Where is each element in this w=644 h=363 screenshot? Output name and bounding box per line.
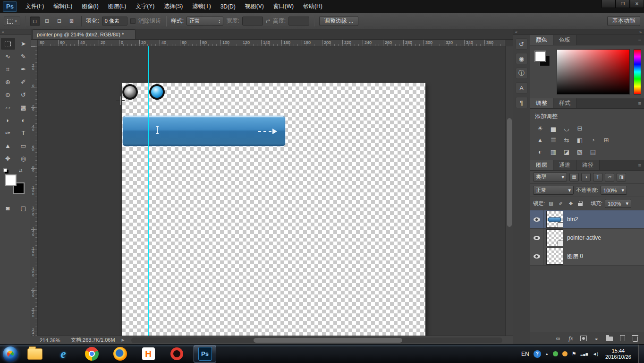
menu-window[interactable]: 窗口(W)	[269, 0, 298, 13]
spot-healing-brush-tool[interactable]: ⊕	[1, 76, 15, 88]
properties-panel-icon[interactable]: ◉	[516, 53, 528, 64]
adjustment-color-balance-icon[interactable]: ⇆	[561, 136, 572, 145]
clone-stamp-tool[interactable]: ⊙	[1, 89, 15, 101]
new-selection-mode-button[interactable]: □	[30, 17, 40, 26]
hand-tool[interactable]: ✥	[1, 153, 15, 164]
menu-select[interactable]: 选择(S)	[159, 0, 187, 13]
zoom-level-field[interactable]: 214.36%	[40, 337, 64, 343]
add-mask-icon[interactable]	[580, 336, 587, 341]
tab-channels[interactable]: 通道	[553, 160, 576, 170]
tab-styles[interactable]: 样式	[553, 98, 576, 108]
menu-help[interactable]: 帮助(H)	[298, 0, 327, 13]
adjustment-levels-icon[interactable]: ▅	[548, 124, 559, 133]
foreground-color[interactable]	[5, 174, 17, 186]
filter-adjustment-icon[interactable]: ◑	[581, 173, 591, 182]
tab-adjustments[interactable]: 调整	[530, 98, 553, 108]
saturation-brightness-picker[interactable]	[557, 49, 630, 95]
intersect-selection-button[interactable]: ⊠	[67, 17, 76, 26]
adjustment-brightness-contrast-icon[interactable]: ☀	[535, 124, 545, 133]
workspace-switcher[interactable]: 基本功能	[607, 16, 640, 26]
width-input[interactable]	[242, 17, 263, 26]
document-canvas[interactable]	[122, 83, 425, 336]
menu-filter[interactable]: 滤镜(T)	[187, 0, 215, 13]
document-tab[interactable]: pointer.png @ 214% (btn2, RGB/8#) *	[32, 29, 136, 39]
menu-file[interactable]: 文件(F)	[21, 0, 49, 13]
adjustment-threshold-icon[interactable]: ◪	[561, 147, 572, 156]
taskbar-internet-explorer[interactable]: e	[52, 346, 75, 363]
horizontal-scrollbar-thumb[interactable]	[254, 338, 402, 343]
tab-swatches[interactable]: 色板	[553, 35, 576, 45]
adjustment-vibrance-icon[interactable]: ▲	[535, 136, 545, 145]
vertical-scrollbar-thumb[interactable]	[507, 118, 512, 227]
layer-thumbnail[interactable]	[547, 211, 563, 227]
start-button[interactable]	[3, 346, 18, 362]
zoom-tool[interactable]: ◎	[17, 153, 31, 164]
paragraph-panel-icon[interactable]: ¶	[516, 97, 528, 108]
add-to-selection-button[interactable]: ⊞	[42, 17, 52, 26]
adjustment-hue-saturation-icon[interactable]: ☰	[548, 136, 559, 145]
hidden-icons-arrow[interactable]: ▲	[545, 352, 549, 355]
volume-tray-icon[interactable]: ◄)	[593, 352, 598, 356]
quick-selection-tool[interactable]: ✎	[17, 51, 31, 62]
lasso-tool[interactable]: ∿	[1, 51, 15, 62]
new-group-icon[interactable]	[606, 337, 613, 341]
character-panel-icon[interactable]: A	[516, 82, 528, 94]
adjustment-photo-filter-icon[interactable]: ◔	[588, 136, 598, 145]
menu-view[interactable]: 视图(V)	[240, 0, 269, 13]
layer-name[interactable]: 图层 0	[567, 252, 583, 260]
filter-shape-icon[interactable]: ▱	[605, 173, 614, 182]
gradient-tool[interactable]: ▩	[17, 102, 31, 113]
filter-pixel-icon[interactable]: ▦	[569, 173, 579, 182]
adjustment-selective-color-icon[interactable]: ▤	[588, 147, 598, 156]
collapse-panels-button[interactable]: »	[530, 29, 644, 35]
rectangular-marquee-tool[interactable]	[1, 38, 15, 50]
restore-button[interactable]: ❐	[616, 0, 630, 8]
adjustment-posterize-icon[interactable]: ▥	[548, 147, 559, 156]
adjustment-layer-icon[interactable]: ◒	[593, 335, 600, 342]
adjustment-curves-icon[interactable]: ◡	[561, 124, 572, 133]
toolbar-collapse-button[interactable]: «	[0, 29, 31, 35]
tray-orange-icon[interactable]	[562, 351, 568, 356]
tab-paths[interactable]: 路径	[576, 160, 600, 170]
panel-menu-icon[interactable]: ≡	[638, 100, 641, 106]
lock-position-icon[interactable]: ✥	[567, 200, 575, 207]
panel-menu-icon[interactable]: ≡	[638, 162, 641, 168]
brush-tool[interactable]: ✐	[17, 76, 31, 88]
visibility-toggle[interactable]	[530, 229, 543, 247]
layer-name[interactable]: btn2	[567, 216, 578, 223]
taskbar-chrome[interactable]	[80, 346, 103, 363]
visibility-toggle[interactable]	[530, 210, 543, 228]
hue-slider[interactable]	[634, 49, 641, 95]
layer-row-layer0[interactable]: 图层 0	[530, 247, 644, 266]
layer-row-pointer-active[interactable]: pointer-active	[530, 229, 644, 247]
refine-edge-button[interactable]: 调整边缘 ...	[319, 16, 358, 26]
status-popup-arrow[interactable]: ▶	[122, 338, 125, 342]
fill-select[interactable]: 100% ▾	[605, 199, 631, 208]
layer-style-icon[interactable]: fx	[568, 335, 574, 342]
adjustment-black-white-icon[interactable]: ◧	[575, 136, 585, 145]
dodge-tool[interactable]: ◐	[17, 114, 31, 126]
screen-mode-button[interactable]: ▢	[17, 202, 31, 214]
layer-thumbnail[interactable]	[547, 248, 563, 264]
taskbar-explorer[interactable]	[24, 346, 46, 363]
tab-color[interactable]: 颜色	[530, 35, 553, 45]
canvas-area[interactable]	[38, 46, 505, 336]
panel-menu-icon[interactable]: ≡	[638, 37, 641, 43]
type-tool[interactable]: T	[17, 127, 31, 139]
path-selection-tool[interactable]: ▲	[1, 140, 15, 152]
lock-pixels-icon[interactable]: ✐	[557, 200, 565, 207]
taskbar-photoshop[interactable]: Ps	[194, 346, 216, 363]
layer-thumbnail[interactable]	[547, 230, 563, 246]
filter-type-select[interactable]: 类型 ▾	[533, 173, 567, 182]
rectangle-tool[interactable]: ▭	[17, 140, 31, 152]
menu-image[interactable]: 图像(I)	[77, 0, 103, 13]
filter-smart-icon[interactable]: ◨	[617, 173, 626, 182]
link-layers-icon[interactable]: ∞	[555, 335, 561, 342]
feather-input[interactable]: 0 像素	[102, 17, 127, 26]
tab-layers[interactable]: 图层	[530, 160, 553, 170]
adjustment-exposure-icon[interactable]: ⊟	[575, 124, 585, 133]
taskbar-firefox[interactable]	[109, 346, 131, 363]
menu-type[interactable]: 文字(Y)	[131, 0, 159, 13]
eyedropper-tool[interactable]: ✒	[17, 63, 31, 75]
layer-name[interactable]: pointer-active	[567, 234, 601, 241]
